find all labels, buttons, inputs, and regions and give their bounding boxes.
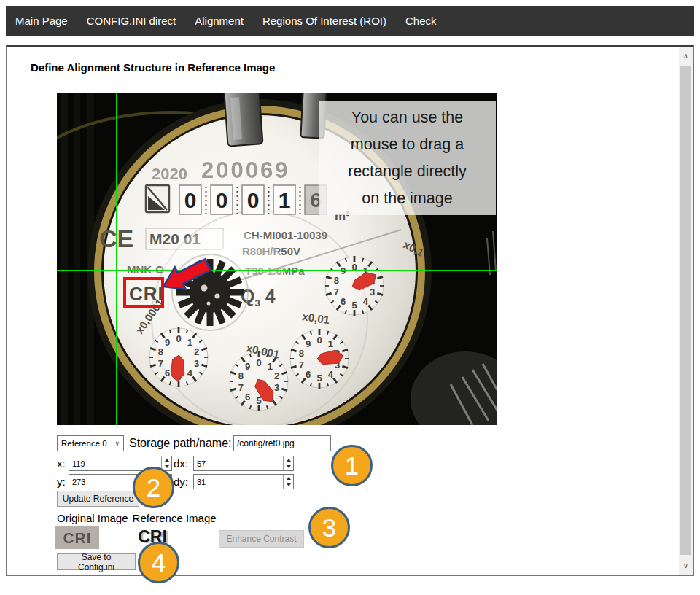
type-code: MNK-O bbox=[127, 263, 164, 276]
svg-text:0: 0 bbox=[316, 335, 322, 346]
gear-icon bbox=[172, 254, 248, 330]
svg-text:6: 6 bbox=[245, 392, 250, 402]
svg-text:9: 9 bbox=[245, 361, 250, 372]
nav-item-config-ini[interactable]: CONFIG.INI direct bbox=[77, 6, 186, 36]
dial-x0-01: 0123456789 bbox=[290, 329, 349, 389]
dx-input[interactable] bbox=[193, 456, 294, 471]
scroll-thumb[interactable] bbox=[680, 66, 691, 555]
x-label: x: bbox=[57, 456, 66, 471]
svg-text:0: 0 bbox=[216, 188, 228, 212]
scroll-down-icon[interactable]: ∨ bbox=[679, 558, 693, 573]
scrollbar[interactable]: ∧ ∨ bbox=[679, 47, 693, 575]
svg-text:1: 1 bbox=[268, 361, 273, 372]
original-image-label: Original Image bbox=[57, 512, 128, 524]
register-icon bbox=[146, 185, 169, 212]
svg-text:8: 8 bbox=[299, 348, 304, 359]
application-window: Main Page CONFIG.INI direct Alignment Re… bbox=[0, 0, 700, 595]
svg-text:8: 8 bbox=[334, 275, 339, 286]
svg-text:4: 4 bbox=[328, 369, 334, 380]
step-badge-2: 2 bbox=[133, 467, 174, 508]
reference-image-label: Reference Image bbox=[133, 512, 217, 524]
comparison-labels: Original Image Reference Image bbox=[57, 512, 217, 524]
svg-text:6: 6 bbox=[341, 296, 346, 307]
svg-text:5: 5 bbox=[256, 395, 261, 406]
svg-text:0: 0 bbox=[247, 188, 260, 212]
storage-path-label: Storage path/name: bbox=[129, 435, 232, 451]
svg-text:5: 5 bbox=[351, 300, 357, 311]
nav-item-check[interactable]: Check bbox=[396, 6, 446, 36]
dial-x0-001: 0123456789 bbox=[230, 351, 288, 411]
step-badge-4: 4 bbox=[138, 542, 179, 583]
svg-text:7: 7 bbox=[299, 359, 304, 370]
svg-text:8: 8 bbox=[158, 346, 163, 357]
reference-select[interactable]: Reference 0 ∨ bbox=[57, 435, 124, 451]
drag-hint-overlay: You can use the mouse to drag a rectangl… bbox=[319, 101, 496, 215]
svg-text:0: 0 bbox=[256, 357, 261, 368]
dx-spinner[interactable] bbox=[283, 456, 293, 470]
svg-text:0: 0 bbox=[176, 333, 181, 344]
original-image-thumb: CRI bbox=[55, 526, 99, 549]
content-frame: Define Alignment Structure in Reference … bbox=[6, 45, 694, 576]
svg-text:2: 2 bbox=[194, 346, 199, 357]
svg-text:4: 4 bbox=[363, 296, 369, 307]
nav-item-roi[interactable]: Regions Of Interest (ROI) bbox=[253, 6, 396, 36]
svg-text:3: 3 bbox=[274, 382, 279, 393]
chevron-down-icon: ∨ bbox=[114, 440, 120, 447]
nav-item-main-page[interactable]: Main Page bbox=[6, 6, 77, 36]
enhance-contrast-button[interactable]: Enhance Contrast bbox=[219, 530, 304, 548]
serial-number: 200069 bbox=[201, 158, 289, 183]
update-reference-button[interactable]: Update Reference bbox=[57, 491, 139, 507]
storage-path-input[interactable] bbox=[233, 435, 331, 451]
main-nav: Main Page CONFIG.INI direct Alignment Re… bbox=[6, 6, 694, 36]
dial-x0-0001: 0123456789 bbox=[149, 327, 208, 387]
svg-text:0: 0 bbox=[184, 188, 197, 212]
svg-text:1: 1 bbox=[328, 338, 333, 349]
svg-text:2: 2 bbox=[274, 370, 279, 381]
dial-x0-1: 0123456789 bbox=[325, 256, 384, 316]
reference-image[interactable]: 2020 200069 bbox=[57, 93, 497, 425]
meter-clip-left bbox=[224, 93, 262, 147]
svg-text:6: 6 bbox=[306, 369, 311, 380]
page-title: Define Alignment Structure in Reference … bbox=[31, 61, 275, 74]
svg-text:5: 5 bbox=[316, 373, 322, 384]
svg-text:1: 1 bbox=[279, 188, 291, 212]
dy-spinner[interactable] bbox=[283, 475, 293, 489]
svg-text:9: 9 bbox=[306, 338, 311, 349]
svg-text:7: 7 bbox=[238, 382, 244, 393]
step-badge-3: 3 bbox=[308, 507, 350, 548]
svg-text:3: 3 bbox=[370, 287, 375, 298]
register-digits: 0 0 0 1 6 bbox=[179, 185, 327, 214]
serial-year: 2020 bbox=[152, 165, 187, 183]
dx-label: dx: bbox=[174, 456, 188, 471]
scroll-up-icon[interactable]: ∧ bbox=[679, 48, 693, 63]
svg-text:6: 6 bbox=[165, 368, 170, 378]
dy-input[interactable] bbox=[193, 474, 294, 489]
dy-label: dy: bbox=[174, 474, 188, 489]
svg-text:7: 7 bbox=[334, 287, 339, 298]
svg-text:1: 1 bbox=[187, 337, 192, 348]
nav-item-alignment[interactable]: Alignment bbox=[185, 6, 253, 36]
svg-text:9: 9 bbox=[165, 337, 170, 348]
save-config-button[interactable]: Save to Config.ini bbox=[57, 553, 136, 570]
svg-text:8: 8 bbox=[238, 370, 244, 381]
y-label: y: bbox=[57, 474, 66, 489]
svg-text:4: 4 bbox=[187, 368, 193, 378]
step-badge-1: 1 bbox=[331, 445, 373, 486]
svg-text:7: 7 bbox=[158, 358, 163, 369]
svg-text:3: 3 bbox=[194, 358, 199, 369]
